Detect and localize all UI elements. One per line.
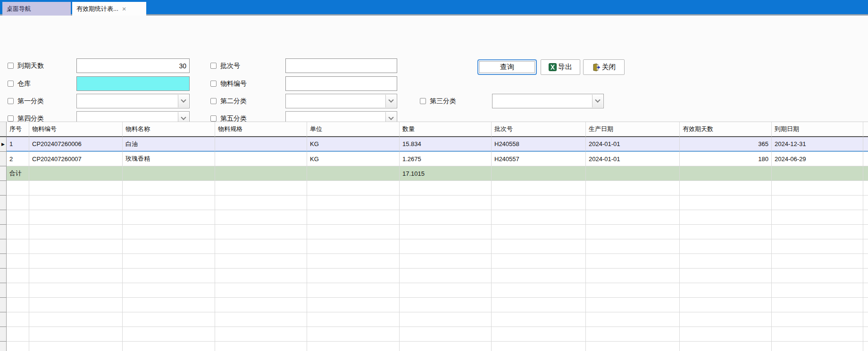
table-cell[interactable]: 1.2675: [400, 152, 492, 166]
row-selector-cell[interactable]: [0, 342, 7, 351]
excel-icon: [549, 63, 557, 71]
row-selector-cell[interactable]: ▶: [0, 137, 7, 152]
row-selector-cell[interactable]: [0, 327, 7, 342]
table-cell[interactable]: 玫瑰香精: [123, 152, 215, 166]
empty-cell: [492, 327, 586, 342]
table-cell[interactable]: 365: [680, 137, 772, 152]
empty-table-row[interactable]: [0, 225, 868, 239]
table-cell[interactable]: 2024-06-29: [772, 152, 863, 166]
expiry-days-label: 到期天数: [17, 62, 44, 70]
table-row[interactable]: 2CP202407260007玫瑰香精KG1.2675H2405572024-0…: [0, 152, 868, 166]
table-cell[interactable]: H240558: [492, 137, 586, 152]
category-3-checkbox[interactable]: [420, 98, 426, 104]
chevron-down-icon[interactable]: [385, 95, 396, 107]
row-filler-cell: [863, 298, 868, 312]
row-filler-cell: [863, 210, 868, 225]
empty-table-row[interactable]: [0, 269, 868, 283]
batch-no-checkbox[interactable]: [210, 63, 217, 69]
empty-table-row[interactable]: [0, 239, 868, 254]
chevron-down-icon[interactable]: [592, 95, 603, 107]
row-filler-cell: [863, 327, 868, 342]
row-selector-cell[interactable]: [0, 225, 7, 239]
table-cell[interactable]: [215, 152, 307, 166]
row-selector-cell[interactable]: [0, 283, 7, 298]
table-cell[interactable]: 2024-12-31: [772, 137, 863, 152]
category-2-dropdown[interactable]: [285, 94, 397, 108]
table-cell[interactable]: 1: [7, 137, 29, 152]
table-cell[interactable]: 2024-01-01: [586, 152, 680, 166]
empty-table-row[interactable]: [0, 283, 868, 298]
category-3-dropdown[interactable]: [492, 94, 604, 108]
empty-table-row[interactable]: [0, 298, 868, 312]
column-header-picihao[interactable]: 批次号: [492, 122, 586, 137]
empty-cell: [772, 225, 863, 239]
table-cell[interactable]: 白油: [123, 137, 215, 152]
table-cell[interactable]: KG: [307, 137, 400, 152]
column-header-xuhao[interactable]: 序号: [7, 122, 29, 137]
column-header-wuliao-mingcheng[interactable]: 物料名称: [123, 122, 215, 137]
row-selector-cell[interactable]: [0, 239, 7, 254]
empty-cell: [680, 342, 772, 351]
empty-cell: [492, 342, 586, 351]
row-selector-cell[interactable]: [0, 254, 7, 269]
column-header-danwei[interactable]: 单位: [307, 122, 400, 137]
table-cell[interactable]: 2024-01-01: [586, 137, 680, 152]
chevron-down-icon[interactable]: [178, 95, 189, 107]
empty-cell: [215, 312, 307, 327]
warehouse-checkbox[interactable]: [8, 81, 14, 87]
empty-table-row[interactable]: [0, 181, 868, 196]
expiry-days-input[interactable]: [76, 58, 190, 73]
table-cell[interactable]: CP202407260007: [29, 152, 123, 166]
empty-table-row[interactable]: [0, 312, 868, 327]
row-selector-cell[interactable]: [0, 210, 7, 225]
empty-table-row[interactable]: [0, 210, 868, 225]
row-selector-cell[interactable]: [0, 152, 7, 166]
row-filler-cell: [863, 225, 868, 239]
column-header-wuliao-guige[interactable]: 物料规格: [215, 122, 307, 137]
empty-table-row[interactable]: [0, 327, 868, 342]
category-1-dropdown[interactable]: [76, 94, 190, 108]
filter-category-1: 第一分类: [8, 94, 44, 108]
empty-cell: [400, 181, 492, 196]
empty-cell: [400, 254, 492, 269]
table-cell[interactable]: H240557: [492, 152, 586, 166]
category-2-checkbox[interactable]: [210, 98, 217, 104]
warehouse-input[interactable]: [76, 76, 190, 91]
filter-category-3: 第三分类: [420, 94, 456, 108]
export-button[interactable]: 导出: [541, 59, 580, 75]
row-selector-cell[interactable]: [0, 312, 7, 327]
category-4-checkbox[interactable]: [8, 115, 14, 122]
empty-table-row[interactable]: [0, 342, 868, 351]
column-header-youxiaoqi-tianshu[interactable]: 有效期天数: [680, 122, 772, 137]
row-selector-cell[interactable]: [0, 269, 7, 283]
table-cell[interactable]: [215, 137, 307, 152]
table-cell[interactable]: KG: [307, 152, 400, 166]
expiry-days-checkbox[interactable]: [8, 63, 14, 69]
row-filler-cell: [863, 137, 868, 152]
column-header-daoqi-riqi[interactable]: 到期日期: [772, 122, 863, 137]
batch-no-input[interactable]: [285, 58, 397, 73]
row-selector-cell[interactable]: [0, 298, 7, 312]
column-header-shengchan-riqi[interactable]: 生产日期: [586, 122, 680, 137]
export-button-label: 导出: [558, 63, 572, 72]
tab-expiry-report[interactable]: 有效期统计表... ×: [72, 2, 146, 16]
row-selector-cell[interactable]: [0, 196, 7, 210]
empty-table-row[interactable]: [0, 254, 868, 269]
tab-close-icon[interactable]: ×: [122, 5, 126, 12]
close-button[interactable]: 关闭: [583, 59, 625, 75]
table-row[interactable]: ▶1CP202407260006白油KG15.834H2405582024-01…: [0, 137, 868, 152]
category-1-checkbox[interactable]: [8, 98, 14, 104]
table-cell[interactable]: CP202407260006: [29, 137, 123, 152]
column-header-shuliang[interactable]: 数量: [400, 122, 492, 137]
table-cell[interactable]: 2: [7, 152, 29, 166]
column-header-wuliao-bianhao[interactable]: 物料编号: [29, 122, 123, 137]
category-5-checkbox[interactable]: [210, 115, 217, 122]
empty-table-row[interactable]: [0, 196, 868, 210]
table-cell[interactable]: 15.834: [400, 137, 492, 152]
row-selector-cell[interactable]: [0, 181, 7, 196]
query-button[interactable]: 查询: [477, 59, 537, 75]
material-no-input[interactable]: [285, 76, 397, 91]
table-cell[interactable]: 180: [680, 152, 772, 166]
tab-desktop-nav[interactable]: 桌面导航: [2, 2, 71, 16]
material-no-checkbox[interactable]: [210, 81, 217, 87]
